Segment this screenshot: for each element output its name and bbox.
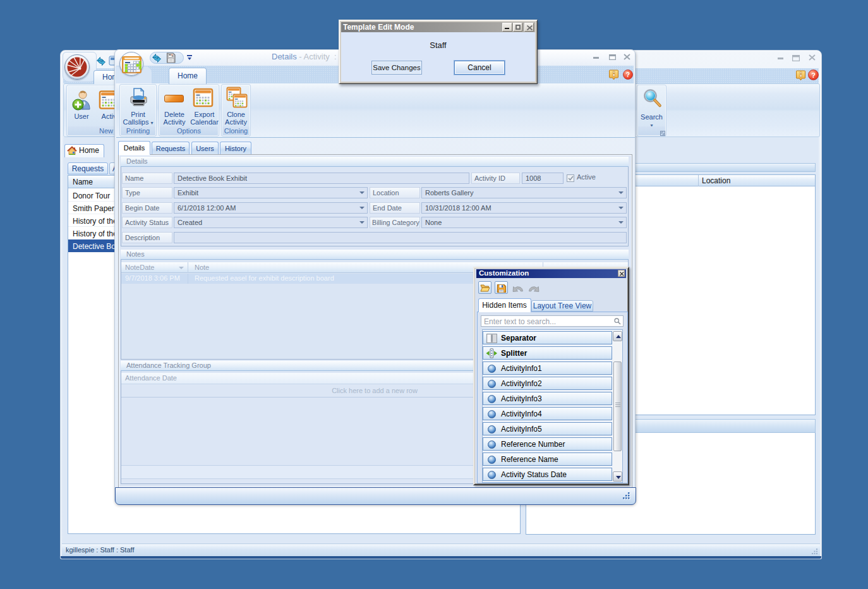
svg-text:?: ? [811, 71, 816, 79]
svg-text:?: ? [626, 71, 630, 78]
